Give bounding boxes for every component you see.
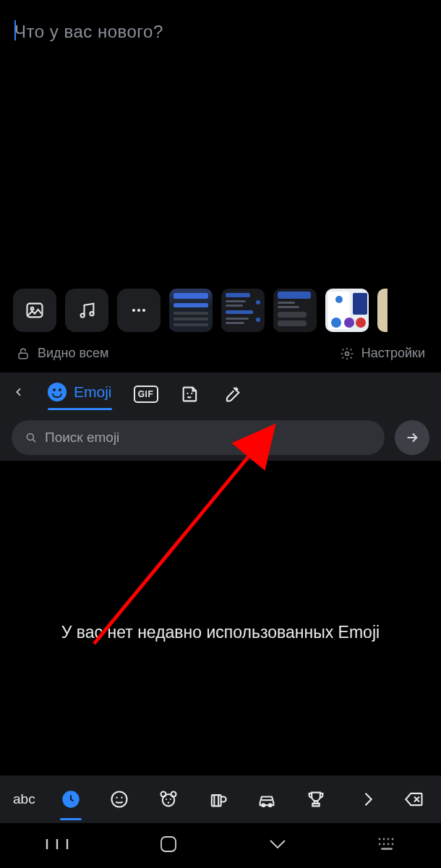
recent-thumb-3[interactable]: [273, 289, 317, 332]
svg-point-10: [191, 393, 192, 394]
attach-photo-button[interactable]: [13, 289, 56, 332]
more-icon: [129, 300, 149, 320]
bear-icon: [158, 789, 179, 809]
keyboard-tabs: Emoji GIF: [0, 373, 441, 410]
trophy-icon: [306, 789, 326, 809]
unlock-icon: [16, 346, 30, 361]
category-food[interactable]: [204, 786, 231, 813]
smiley-icon: [109, 789, 129, 809]
category-travel[interactable]: [253, 786, 281, 813]
android-nav-bar: [0, 823, 441, 868]
svg-point-29: [383, 838, 385, 841]
category-activities[interactable]: [302, 786, 330, 813]
chevron-left-icon: [13, 383, 25, 401]
sticker-icon: [180, 384, 200, 404]
recent-thumb-4[interactable]: [325, 289, 369, 332]
emoji-face-icon: [48, 383, 67, 401]
post-composer[interactable]: [0, 0, 441, 282]
keyboard-back-button[interactable]: [13, 383, 26, 405]
arrow-right-icon: [404, 430, 420, 446]
svg-point-15: [121, 797, 123, 799]
svg-point-8: [345, 352, 348, 355]
svg-point-2: [81, 313, 85, 317]
emoji-empty-state: У вас нет недавно использованных Emoji: [0, 461, 441, 775]
category-smileys[interactable]: [106, 786, 133, 813]
svg-point-19: [166, 799, 167, 800]
svg-point-14: [116, 797, 118, 799]
backspace-icon: [404, 789, 424, 809]
svg-rect-7: [19, 353, 27, 359]
composer-meta-row: Видно всем Настройки: [0, 339, 441, 373]
search-icon: [25, 431, 38, 444]
svg-point-6: [142, 309, 145, 312]
home-icon: [159, 835, 178, 854]
svg-point-30: [388, 838, 390, 841]
category-objects[interactable]: [354, 786, 382, 813]
emoji-search-input[interactable]: Поиск emoji: [12, 420, 385, 455]
screen: Видно всем Настройки Emoji GIF: [0, 0, 441, 868]
svg-point-20: [170, 799, 171, 800]
recent-thumb-5[interactable]: [377, 289, 388, 332]
nav-recents-button[interactable]: [45, 837, 69, 854]
nav-home-button[interactable]: [159, 835, 178, 856]
svg-point-9: [187, 393, 188, 394]
tab-emoji-label: Emoji: [74, 383, 112, 401]
attachments-row: [0, 282, 441, 339]
backspace-button[interactable]: [401, 786, 428, 813]
emoji-go-button[interactable]: [395, 420, 429, 455]
svg-point-31: [392, 838, 394, 841]
nav-keyboard-toggle[interactable]: [377, 837, 396, 854]
visibility-label: Видно всем: [38, 346, 108, 361]
tab-gif[interactable]: GIF: [134, 386, 158, 403]
settings-label: Настройки: [361, 346, 425, 361]
tab-ai-draw[interactable]: [222, 384, 242, 404]
emoji-keyboard: Emoji GIF Поиск emoji У вас нет не: [0, 373, 441, 823]
attach-music-button[interactable]: [65, 289, 108, 332]
car-icon: [257, 789, 277, 809]
settings-button[interactable]: Настройки: [340, 346, 425, 361]
recent-thumb-2[interactable]: [221, 289, 265, 332]
gear-icon: [340, 346, 354, 361]
tab-underline: [48, 408, 112, 410]
tab-stickers[interactable]: [180, 384, 200, 404]
switch-to-abc-button[interactable]: abc: [13, 791, 35, 807]
category-animals[interactable]: [155, 786, 182, 813]
svg-point-32: [379, 843, 381, 846]
svg-point-13: [112, 792, 127, 807]
keyboard-icon: [377, 837, 396, 851]
svg-point-28: [379, 838, 381, 841]
emoji-category-row: abc: [0, 775, 441, 823]
svg-rect-0: [27, 304, 43, 318]
empty-state-text: У вас нет недавно использованных Emoji: [61, 621, 380, 644]
visibility-button[interactable]: Видно всем: [16, 346, 108, 361]
svg-point-34: [388, 843, 390, 846]
svg-rect-27: [161, 837, 176, 851]
nav-back-button[interactable]: [267, 837, 288, 854]
tab-emoji[interactable]: Emoji: [48, 383, 112, 406]
recent-thumb-1[interactable]: [169, 289, 213, 332]
svg-point-4: [132, 309, 135, 312]
attach-more-button[interactable]: [117, 289, 160, 332]
svg-point-5: [137, 309, 140, 312]
composer-input[interactable]: [14, 22, 427, 42]
image-icon: [25, 300, 45, 320]
svg-point-1: [31, 307, 34, 310]
svg-point-3: [90, 312, 93, 315]
gif-icon: GIF: [134, 386, 158, 403]
chevron-down-icon: [267, 837, 288, 851]
clock-icon: [61, 789, 81, 809]
svg-rect-36: [381, 848, 393, 850]
category-recent[interactable]: [57, 786, 85, 813]
svg-point-35: [392, 843, 394, 846]
emoji-search-row: Поиск emoji: [0, 410, 441, 461]
search-placeholder: Поиск emoji: [45, 430, 119, 446]
recents-icon: [45, 837, 69, 851]
text-cursor: [14, 20, 16, 41]
mug-icon: [207, 789, 228, 809]
chevron-right-icon: [358, 789, 378, 809]
brush-sparkle-icon: [222, 384, 242, 404]
svg-point-33: [383, 843, 385, 846]
music-icon: [77, 300, 97, 320]
svg-rect-21: [212, 795, 221, 806]
svg-point-11: [27, 433, 33, 440]
